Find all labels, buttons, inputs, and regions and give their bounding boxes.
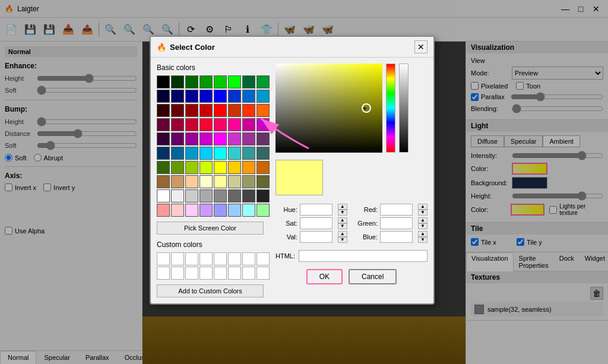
- red-input[interactable]: 255: [380, 204, 413, 216]
- blue-down-button[interactable]: ▼: [418, 237, 428, 243]
- color-cell-7[interactable]: [256, 75, 270, 88]
- color-cell-23[interactable]: [256, 104, 270, 117]
- color-cell-41[interactable]: [171, 147, 184, 160]
- color-cell-28[interactable]: [214, 118, 227, 131]
- color-cell-60[interactable]: [214, 175, 227, 188]
- green-up-button[interactable]: ▲: [418, 217, 428, 223]
- val-up-button[interactable]: ▲: [338, 231, 347, 237]
- color-cell-52[interactable]: [214, 161, 227, 174]
- blue-input[interactable]: 127: [380, 231, 413, 243]
- custom-cell-4[interactable]: [200, 252, 213, 265]
- color-cell-70[interactable]: [242, 189, 255, 202]
- color-cell-1[interactable]: [171, 75, 184, 88]
- color-cell-37[interactable]: [228, 132, 241, 145]
- color-cell-79[interactable]: [256, 204, 270, 217]
- color-cell-49[interactable]: [171, 161, 184, 174]
- red-spin[interactable]: ▲ ▼: [418, 204, 428, 216]
- lightness-bar[interactable]: [399, 64, 408, 153]
- dialog-close-button[interactable]: ✕: [414, 40, 428, 53]
- hue-input[interactable]: 60: [300, 204, 332, 216]
- html-input[interactable]: #ffff7f: [299, 250, 428, 262]
- color-cell-26[interactable]: [185, 118, 198, 131]
- color-cell-75[interactable]: [200, 204, 213, 217]
- color-cell-4[interactable]: [214, 75, 227, 88]
- color-cell-62[interactable]: [242, 175, 255, 188]
- hue-bar[interactable]: [386, 64, 395, 153]
- color-cell-71[interactable]: [256, 189, 270, 202]
- cancel-button[interactable]: Cancel: [349, 269, 397, 284]
- hue-spin[interactable]: ▲ ▼: [338, 204, 347, 216]
- color-cell-30[interactable]: [242, 118, 255, 131]
- color-cell-59[interactable]: [200, 175, 213, 188]
- color-cell-27[interactable]: [200, 118, 213, 131]
- custom-cell-15[interactable]: [242, 267, 255, 280]
- ok-button[interactable]: OK: [306, 269, 343, 284]
- hue-down-button[interactable]: ▼: [338, 210, 347, 216]
- color-cell-39[interactable]: [256, 132, 270, 145]
- color-cell-43[interactable]: [200, 147, 213, 160]
- color-cell-12[interactable]: [214, 90, 227, 103]
- color-cell-19[interactable]: [200, 104, 213, 117]
- color-cell-2[interactable]: [185, 75, 198, 88]
- custom-cell-16[interactable]: [256, 267, 270, 280]
- add-to-custom-colors-button[interactable]: Add to Custom Colors: [157, 284, 264, 297]
- color-cell-44[interactable]: [214, 147, 227, 160]
- color-cell-13[interactable]: [228, 90, 241, 103]
- color-cell-46[interactable]: [242, 147, 255, 160]
- red-up-button[interactable]: ▲: [418, 204, 428, 210]
- hue-up-button[interactable]: ▲: [338, 204, 347, 210]
- pick-screen-color-button[interactable]: Pick Screen Color: [157, 221, 264, 235]
- color-cell-17[interactable]: [171, 104, 184, 117]
- color-cell-74[interactable]: [185, 204, 198, 217]
- color-cell-29[interactable]: [228, 118, 241, 131]
- color-cell-77[interactable]: [228, 204, 241, 217]
- green-spin[interactable]: ▲ ▼: [418, 217, 428, 229]
- custom-cell-10[interactable]: [171, 267, 184, 280]
- color-cell-15[interactable]: [256, 90, 270, 103]
- sat-input[interactable]: 128: [300, 217, 332, 229]
- color-cell-65[interactable]: [171, 189, 184, 202]
- val-down-button[interactable]: ▼: [338, 237, 347, 243]
- color-cell-63[interactable]: [256, 175, 270, 188]
- color-cell-73[interactable]: [171, 204, 184, 217]
- color-cell-21[interactable]: [228, 104, 241, 117]
- color-cell-67[interactable]: [200, 189, 213, 202]
- color-cell-24[interactable]: [157, 118, 170, 131]
- color-cell-9[interactable]: [171, 90, 184, 103]
- sat-spin[interactable]: ▲ ▼: [338, 217, 347, 229]
- color-cell-6[interactable]: [242, 75, 255, 88]
- color-cell-32[interactable]: [157, 132, 170, 145]
- color-cell-56[interactable]: [157, 175, 170, 188]
- color-cell-20[interactable]: [214, 104, 227, 117]
- blue-up-button[interactable]: ▲: [418, 231, 428, 237]
- color-cell-16[interactable]: [157, 104, 170, 117]
- color-cell-57[interactable]: [171, 175, 184, 188]
- color-cell-18[interactable]: [185, 104, 198, 117]
- color-cell-45[interactable]: [228, 147, 241, 160]
- custom-cell-14[interactable]: [228, 267, 241, 280]
- custom-cell-8[interactable]: [256, 252, 270, 265]
- color-cell-34[interactable]: [185, 132, 198, 145]
- color-cell-31[interactable]: [256, 118, 270, 131]
- color-cell-50[interactable]: [185, 161, 198, 174]
- color-cell-47[interactable]: [256, 147, 270, 160]
- color-cell-72[interactable]: [157, 204, 170, 217]
- custom-cell-1[interactable]: [157, 252, 170, 265]
- blue-spin[interactable]: ▲ ▼: [418, 231, 428, 243]
- color-cell-42[interactable]: [185, 147, 198, 160]
- color-gradient-picker[interactable]: +: [276, 64, 382, 153]
- color-cell-11[interactable]: [200, 90, 213, 103]
- color-cell-54[interactable]: [242, 161, 255, 174]
- color-cell-36[interactable]: [214, 132, 227, 145]
- color-cell-69[interactable]: [228, 189, 241, 202]
- color-cell-78[interactable]: [242, 204, 255, 217]
- green-input[interactable]: 255: [380, 217, 413, 229]
- color-cell-40[interactable]: [157, 147, 170, 160]
- color-cell-66[interactable]: [185, 189, 198, 202]
- custom-cell-6[interactable]: [228, 252, 241, 265]
- color-cell-51[interactable]: [200, 161, 213, 174]
- color-cell-58[interactable]: [185, 175, 198, 188]
- custom-cell-13[interactable]: [214, 267, 227, 280]
- val-input[interactable]: 255: [300, 231, 332, 243]
- color-cell-38[interactable]: [242, 132, 255, 145]
